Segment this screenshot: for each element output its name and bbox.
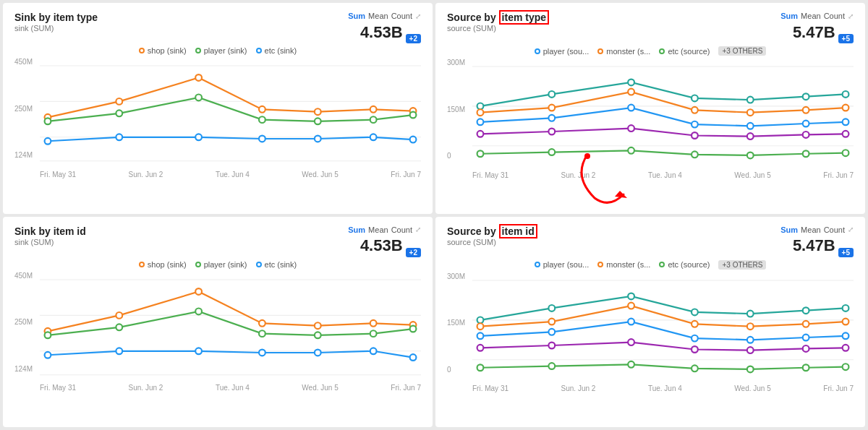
svg-point-11 — [45, 118, 51, 124]
svg-point-84 — [195, 348, 202, 354]
svg-point-126 — [843, 364, 849, 370]
sum-control[interactable]: Sum — [348, 12, 365, 20]
svg-point-14 — [259, 116, 265, 123]
svg-point-58 — [628, 147, 634, 154]
svg-point-43 — [548, 115, 555, 121]
legend: shop (sink) player (sink) etc (sink) — [14, 46, 421, 55]
y-labels: 300M 150M 0 — [447, 59, 472, 160]
panel-source-item-id: Source by item id source (SUM) Sum Mean … — [435, 217, 865, 428]
svg-point-55 — [843, 131, 849, 137]
legend-label-etc: etc (sink) — [265, 46, 297, 55]
svg-point-42 — [477, 119, 484, 125]
highlight-item-type: item type — [499, 10, 549, 25]
svg-point-59 — [692, 151, 698, 158]
sum-control[interactable]: Sum — [348, 225, 365, 234]
sum-control[interactable]: Sum — [780, 225, 798, 234]
sum-control[interactable]: Sum — [780, 12, 798, 20]
svg-point-20 — [195, 134, 202, 140]
svg-point-51 — [628, 125, 634, 132]
mean-control[interactable]: Mean — [801, 12, 821, 20]
svg-point-71 — [259, 319, 265, 326]
expand-icon[interactable]: ⤢ — [415, 225, 421, 233]
panel-value: 5.47B — [793, 23, 835, 42]
others-badge: +3 OTHERS — [718, 260, 766, 270]
legend-item-shop: shop (sink) — [139, 260, 187, 269]
svg-point-23 — [370, 134, 377, 140]
svg-point-124 — [747, 366, 754, 372]
svg-point-104 — [803, 320, 809, 327]
panel-value: 4.53B — [360, 236, 403, 255]
panel-controls: Sum Mean Count ⤢ — [348, 12, 421, 20]
panel-title: Source by item id — [447, 225, 537, 237]
legend-label-player: player (sink) — [204, 260, 247, 269]
svg-point-46 — [747, 123, 754, 129]
legend-label-monster: monster (s... — [606, 47, 650, 56]
svg-point-57 — [548, 149, 555, 155]
svg-point-54 — [803, 132, 809, 138]
count-control[interactable]: Count — [824, 12, 845, 20]
chart-area: 450M 250M 124M — [14, 272, 421, 387]
legend-item-player: player (sou... — [535, 260, 590, 270]
svg-point-15 — [315, 118, 321, 124]
panel-value: 5.47B — [793, 236, 835, 255]
mean-control[interactable]: Mean — [368, 12, 388, 20]
svg-point-52 — [692, 132, 698, 139]
panel-subtitle: source (SUM) — [447, 238, 537, 246]
legend-item-player: player (sink) — [195, 260, 247, 269]
svg-point-45 — [692, 121, 698, 128]
svg-point-62 — [843, 150, 849, 156]
svg-point-112 — [843, 332, 849, 339]
svg-point-34 — [843, 91, 849, 98]
legend-item-etc: etc (sink) — [256, 46, 297, 55]
legend-label-etc: etc (source) — [668, 47, 710, 56]
badge: +2 — [406, 34, 421, 43]
panel-subtitle: source (SUM) — [447, 24, 549, 33]
count-control[interactable]: Count — [391, 12, 412, 20]
legend-dot-etc — [659, 48, 665, 54]
svg-point-38 — [692, 107, 698, 113]
legend: player (sou... monster (s... etc (source… — [447, 46, 854, 56]
svg-point-122 — [628, 361, 634, 367]
legend-dot-etc — [256, 48, 262, 53]
x-labels: Fri. May 31 Sun. Jun 2 Tue. Jun 4 Wed. J… — [14, 171, 421, 179]
legend-item-monster: monster (s... — [597, 260, 650, 270]
mean-control[interactable]: Mean — [801, 225, 821, 234]
svg-point-103 — [747, 323, 754, 330]
expand-icon[interactable]: ⤢ — [848, 12, 854, 20]
count-control[interactable]: Count — [391, 225, 412, 234]
expand-icon[interactable]: ⤢ — [848, 225, 854, 233]
svg-point-98 — [843, 305, 849, 311]
legend-item-shop: shop (sink) — [139, 46, 187, 55]
legend-item-etc: etc (source) — [659, 260, 710, 270]
svg-point-99 — [477, 323, 484, 330]
panel-value: 4.53B — [360, 23, 403, 42]
svg-point-50 — [548, 129, 555, 135]
chart-area: 300M 150M 0 — [447, 59, 854, 174]
chart-area: 300M 150M 0 — [447, 272, 854, 388]
svg-point-56 — [477, 150, 484, 157]
svg-point-44 — [628, 105, 634, 111]
svg-point-80 — [370, 330, 377, 337]
svg-point-35 — [477, 109, 484, 116]
count-control[interactable]: Count — [824, 225, 845, 234]
svg-point-40 — [803, 107, 809, 113]
svg-point-21 — [259, 136, 265, 142]
legend-dot-monster — [597, 48, 603, 54]
legend-label-etc: etc (source) — [668, 260, 710, 269]
svg-point-8 — [315, 108, 321, 115]
svg-point-53 — [747, 133, 754, 139]
expand-icon[interactable]: ⤢ — [415, 12, 421, 20]
svg-point-95 — [692, 309, 698, 315]
panel-title: Sink by item type — [14, 12, 98, 23]
svg-point-105 — [843, 318, 849, 324]
svg-point-9 — [370, 106, 377, 113]
svg-point-28 — [477, 103, 484, 109]
mean-control[interactable]: Mean — [368, 225, 388, 234]
legend-dot-shop — [139, 48, 145, 53]
svg-point-120 — [477, 364, 484, 371]
svg-point-79 — [315, 332, 321, 338]
svg-point-115 — [628, 339, 634, 345]
svg-point-83 — [116, 348, 122, 354]
svg-point-32 — [747, 97, 754, 103]
x-labels: Fri. May 31 Sun. Jun 2 Tue. Jun 4 Wed. J… — [447, 384, 854, 392]
